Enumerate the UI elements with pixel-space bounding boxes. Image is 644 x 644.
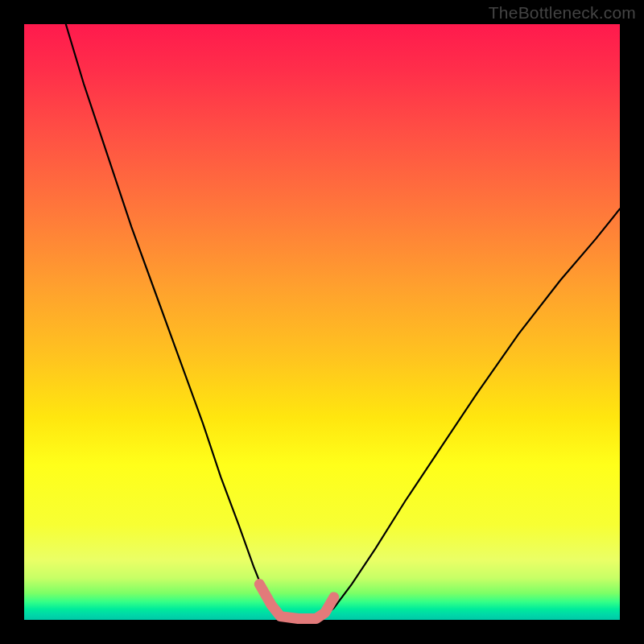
watermark-text: TheBottleneck.com (489, 3, 636, 23)
chart-frame: TheBottleneck.com (0, 0, 644, 644)
curves-svg (24, 24, 620, 620)
left-curve (66, 24, 280, 618)
right-curve (322, 208, 620, 617)
highlight-segment (259, 584, 334, 619)
plot-area (24, 24, 620, 620)
